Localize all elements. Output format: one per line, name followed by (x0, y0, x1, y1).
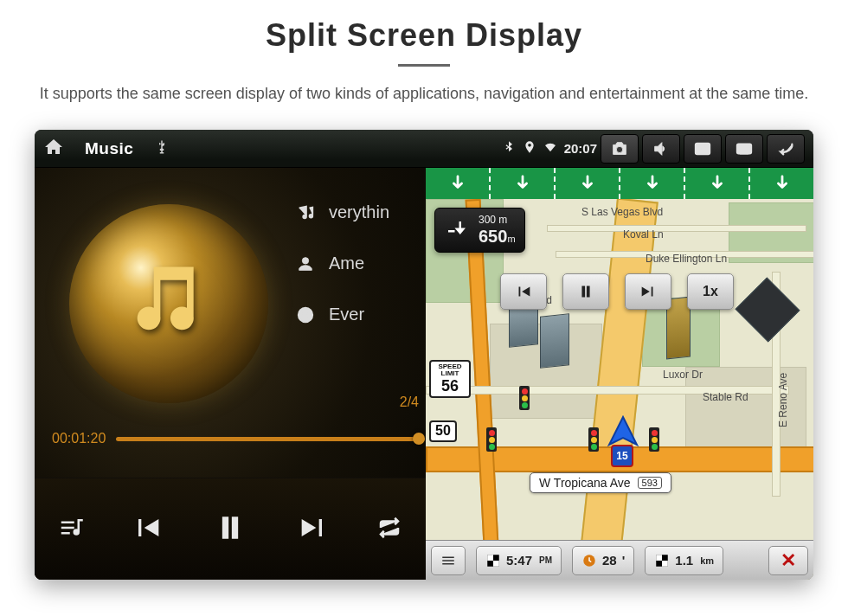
lane-arrow-icon (620, 168, 685, 199)
nav-eta-chip[interactable]: 5:47PM (476, 546, 562, 575)
map-pause-button[interactable] (562, 273, 609, 310)
nav-close-button[interactable]: ✕ (768, 546, 808, 575)
svg-point-4 (310, 214, 313, 217)
screenshot-button[interactable] (601, 134, 639, 164)
street-koval: Koval Ln (623, 228, 664, 241)
page-title: Split Screen Display (35, 17, 813, 54)
playback-progress[interactable]: 00:01:20 (52, 426, 419, 452)
progress-knob[interactable] (413, 433, 425, 445)
traffic-light-icon (486, 427, 497, 452)
title-underline (398, 64, 450, 67)
usb-icon (154, 139, 170, 157)
track-album: Ever (329, 305, 364, 324)
street-duke: Duke Ellington Ln (646, 253, 727, 265)
street-reno: E Reno Ave (777, 373, 789, 427)
lane-arrow-icon (491, 168, 556, 199)
location-icon (523, 140, 536, 157)
svg-rect-9 (487, 555, 493, 561)
traffic-light-icon (649, 427, 659, 452)
statusbar-app-title: Music (85, 139, 133, 158)
route-badge: 593 (638, 477, 662, 489)
wifi-icon (543, 140, 557, 157)
lane-arrow-icon (556, 168, 620, 199)
speed-limit-sign: SPEED LIMIT 56 (429, 360, 471, 398)
device-screenshot: Music 20:07 (35, 130, 813, 580)
route-shield-50: 50 (429, 420, 457, 442)
svg-rect-14 (662, 561, 668, 567)
svg-rect-13 (657, 555, 663, 561)
nav-bottom-bar: 5:47PM 28' 1.1km ✕ (426, 540, 813, 580)
track-counter: 2/4 (400, 395, 419, 410)
nav-menu-button[interactable] (431, 546, 466, 575)
statusbar-clock: 20:07 (564, 141, 597, 156)
album-icon (294, 305, 317, 324)
street-stable: Stable Rd (703, 391, 748, 403)
svg-rect-2 (740, 146, 749, 153)
album-art (69, 204, 268, 403)
map-prev-button[interactable] (500, 273, 547, 310)
turn-main-unit: m (507, 234, 515, 244)
close-app-button[interactable] (684, 134, 722, 164)
map-next-button[interactable] (625, 273, 671, 310)
previous-button[interactable] (130, 510, 164, 549)
page-subtitle: It supports the same screen display of t… (35, 82, 813, 106)
traffic-light-icon (519, 386, 530, 410)
split-screen-button[interactable] (725, 134, 763, 164)
lane-arrow-icon (750, 168, 813, 199)
svg-rect-10 (493, 561, 499, 567)
map-media-controls: 1x (500, 273, 734, 310)
track-artist: Ame (329, 253, 364, 273)
turn-next-distance: 300 m (479, 214, 516, 226)
street-luxor: Luxor Dr (663, 369, 703, 381)
track-metadata: verythin Ame Ever (294, 202, 421, 324)
current-position-icon (606, 415, 640, 450)
home-icon[interactable] (43, 137, 64, 160)
turn-instruction: 300 m 650m (434, 208, 525, 253)
status-bar: Music 20:07 (35, 130, 813, 168)
music-note-icon (127, 257, 207, 340)
map-speed-button[interactable]: 1x (687, 273, 734, 310)
navigation-pane[interactable]: S Las Vegas Blvd Koval Ln Duke Ellington… (426, 168, 813, 580)
svg-point-3 (303, 215, 306, 218)
bluetooth-icon (502, 140, 516, 157)
pause-button[interactable] (211, 509, 249, 550)
street-s-las-vegas: S Las Vegas Blvd (581, 206, 663, 218)
svg-point-6 (303, 312, 308, 318)
nav-traveltime-chip[interactable]: 28' (572, 546, 634, 575)
next-button[interactable] (296, 510, 331, 549)
artist-icon (294, 254, 317, 273)
music-pane: verythin Ame Ever 2/4 00:01:20 (35, 168, 426, 580)
track-title-icon (294, 203, 317, 222)
back-button[interactable] (767, 134, 805, 164)
lane-arrow-icon (685, 168, 750, 199)
repeat-button[interactable] (376, 515, 402, 544)
track-title: verythin (329, 202, 389, 222)
lane-arrow-icon (426, 168, 491, 199)
nav-distance-chip[interactable]: 1.1km (645, 546, 723, 575)
elapsed-time: 00:01:20 (52, 431, 106, 446)
current-street-pill: W Tropicana Ave 593 (530, 472, 671, 493)
music-controls (35, 478, 426, 580)
turn-main-distance: 650 (479, 227, 507, 246)
progress-track[interactable] (116, 437, 419, 441)
volume-button[interactable] (642, 134, 680, 164)
svg-marker-7 (609, 417, 637, 445)
playlist-button[interactable] (58, 515, 84, 544)
lane-guidance-bar (426, 168, 813, 199)
traffic-light-icon (588, 427, 599, 452)
